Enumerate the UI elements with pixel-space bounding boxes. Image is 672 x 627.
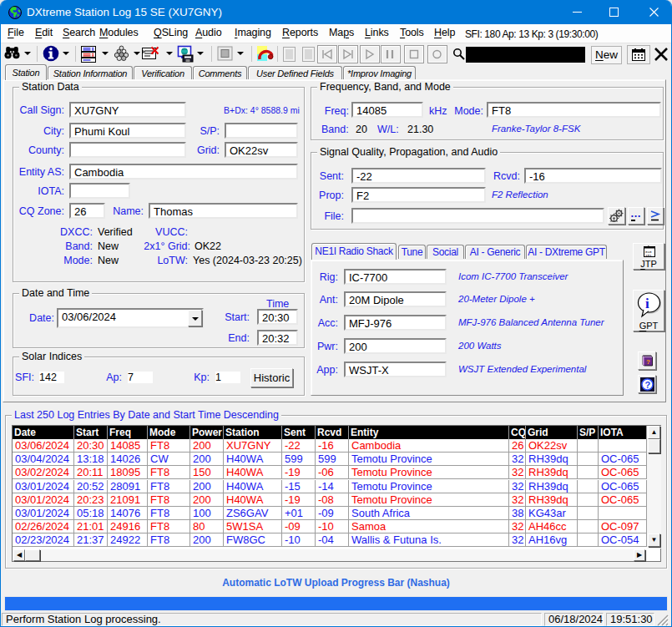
svg-text:?: ? bbox=[646, 358, 650, 366]
svg-text:i: i bbox=[645, 296, 649, 311]
svg-text:?: ? bbox=[645, 380, 651, 390]
svg-text:101: 101 bbox=[645, 254, 652, 257]
